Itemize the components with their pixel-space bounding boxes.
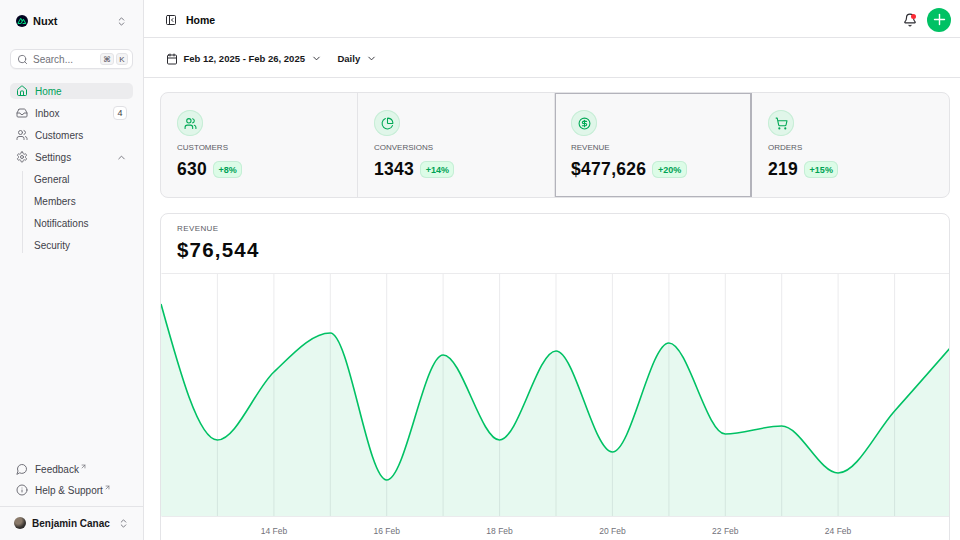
svg-text:20 Feb: 20 Feb xyxy=(599,526,626,536)
svg-text:24 Feb: 24 Feb xyxy=(825,526,852,536)
svg-text:22 Feb: 22 Feb xyxy=(712,526,739,536)
svg-text:14 Feb: 14 Feb xyxy=(261,526,288,536)
svg-text:16 Feb: 16 Feb xyxy=(373,526,400,536)
svg-text:18 Feb: 18 Feb xyxy=(486,526,513,536)
